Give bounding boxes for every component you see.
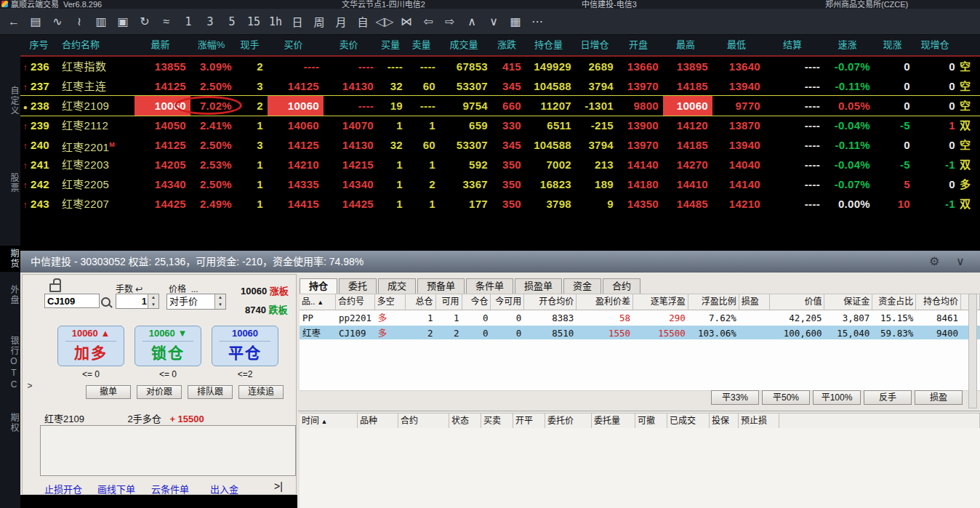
prev-page-icon[interactable]: ⇦	[417, 15, 439, 28]
multi-chart-icon[interactable]: ▥	[90, 15, 112, 28]
orders-column-header[interactable]: 状态	[449, 414, 481, 429]
orders-column-header[interactable]: 委托量	[592, 414, 635, 429]
orders-column-header[interactable]: 可撤	[635, 414, 667, 429]
period-button-自[interactable]: 自	[352, 14, 374, 29]
quick-button-连续追[interactable]: 连续追	[238, 385, 284, 399]
quote-column-header[interactable]: 现涨	[875, 35, 915, 55]
period-button-日[interactable]: 日	[286, 14, 308, 29]
quote-column-header[interactable]: 结算	[765, 35, 824, 55]
layout-icon[interactable]: ▦	[505, 15, 526, 28]
split-view-icon[interactable]: ◁▷	[374, 15, 395, 28]
quick-button-排队跟[interactable]: 排队跟	[188, 385, 233, 399]
quote-column-header[interactable]: 卖量	[407, 35, 440, 55]
quote-row[interactable]: ↑241红枣2203142052.53%11421014215115923507…	[20, 155, 980, 174]
tab-委托[interactable]: 委托	[339, 278, 377, 294]
collapse-panel-icon[interactable]: ∨	[956, 251, 965, 273]
price-up-icon[interactable]: ▲	[215, 294, 225, 302]
expand-panel-button[interactable]: >|	[274, 480, 283, 492]
close-button-反手[interactable]: 反手	[864, 390, 912, 405]
close-button-平33%[interactable]: 平33%	[711, 390, 759, 405]
tab-合约[interactable]: 合约	[603, 278, 640, 294]
quote-column-header[interactable]: 日增仓	[576, 35, 618, 55]
orders-column-header[interactable]: 品种	[358, 414, 398, 429]
quote-column-header[interactable]: 涨跌	[492, 35, 526, 55]
period-button-15[interactable]: 15	[243, 15, 265, 28]
overlay-icon[interactable]: ≈	[156, 15, 177, 28]
quote-column-header[interactable]: 买量	[378, 35, 407, 55]
quote-column-header[interactable]: 开盘	[618, 35, 663, 55]
lock-position-button[interactable]: 10060 ▼ 锁仓	[134, 326, 201, 366]
orders-column-header[interactable]: 预止损	[739, 414, 779, 429]
sidebar-item-股票[interactable]: 股票	[0, 170, 20, 196]
quote-row[interactable]: ↑243红枣2207144252.49%11441514425111773503…	[20, 194, 980, 214]
contract-input[interactable]	[44, 294, 100, 308]
qty-down-icon[interactable]: ▼	[148, 302, 158, 309]
period-button-3[interactable]: 3	[199, 15, 221, 28]
quote-column-header[interactable]: 买价	[268, 35, 324, 55]
positions-column-header[interactable]: 浮盈比例	[688, 294, 739, 310]
quote-column-header[interactable]: 最新	[134, 35, 190, 55]
gear-icon[interactable]: ⚙	[929, 251, 939, 273]
quote-column-header[interactable]: 成交量	[440, 35, 492, 55]
back-icon[interactable]: ←	[3, 15, 25, 28]
save-icon[interactable]: ▣	[112, 15, 134, 28]
sidebar-item-外盘[interactable]: 外盘	[0, 282, 20, 308]
positions-column-header[interactable]: 保证金	[824, 294, 872, 310]
link-云条件单[interactable]: 云条件单	[151, 482, 189, 496]
close-button-损盈[interactable]: 损盈	[915, 390, 963, 405]
orders-column-header[interactable]: 开平	[513, 414, 545, 429]
trend-chart-icon[interactable]: ∿	[47, 15, 68, 28]
next-page-icon[interactable]: ⇨	[439, 15, 461, 28]
more-icon[interactable]: ⋯	[526, 15, 548, 28]
buy-open-button[interactable]: 10060 ▲ 加多	[57, 326, 124, 366]
sidebar-item-银行OTC[interactable]: 银行OTC	[0, 333, 20, 394]
search-icon[interactable]	[101, 297, 111, 307]
candlestick-icon[interactable]: ≀	[68, 15, 90, 28]
price-down-icon[interactable]: ▼	[215, 302, 225, 309]
positions-column-header[interactable]: 逐笔浮盈	[633, 294, 688, 310]
period-button-5[interactable]: 5	[221, 15, 243, 28]
tab-预备单[interactable]: 预备单	[417, 278, 465, 294]
quote-column-header[interactable]	[960, 35, 980, 55]
close-button-平100%[interactable]: 平100%	[813, 390, 861, 405]
quote-column-header[interactable]: 涨幅%	[190, 35, 236, 55]
sidebar-item-期权[interactable]: 期权	[0, 410, 20, 436]
close-position-button[interactable]: 10060 平仓	[212, 326, 278, 366]
close-button-平50%[interactable]: 平50%	[762, 390, 810, 405]
price-more-button[interactable]: ...	[191, 284, 198, 294]
refresh-icon[interactable]: ↻	[134, 15, 156, 28]
link-icon[interactable]: ⋈	[395, 15, 417, 28]
tab-损盈单[interactable]: 损盈单	[515, 278, 562, 294]
quote-row[interactable]: ↑237红枣主连141252.50%3141251413032605330734…	[20, 76, 980, 96]
qty-up-icon[interactable]: ▲	[148, 294, 158, 302]
sidebar-item-期货[interactable]: 期货	[0, 246, 20, 272]
tab-成交[interactable]: 成交	[378, 278, 416, 294]
quote-column-header[interactable]: 持仓量	[526, 35, 576, 55]
positions-column-header[interactable]: 损盈	[739, 294, 770, 310]
position-row[interactable]: PPpp2201多11008383582907.62%42,2053,80715…	[300, 310, 980, 326]
quote-row[interactable]: ↑242红枣2205143402.50%11433514340123367350…	[20, 174, 980, 194]
quote-row[interactable]: ●238红枣2109100607.02%210060----19----9754…	[20, 96, 980, 116]
positions-column-header[interactable]: 开仓均价	[524, 294, 577, 310]
positions-column-header[interactable]: 持仓均价	[916, 294, 961, 310]
quote-column-header[interactable]: 卖价	[324, 35, 378, 55]
link-止损开仓[interactable]: 止损开仓	[44, 482, 82, 496]
orders-column-header[interactable]: 时间 ▲	[300, 414, 358, 429]
panel-toggle-button[interactable]: >	[25, 376, 35, 395]
position-row[interactable]: 红枣CJ109多22008510155015500103.06%100,6001…	[300, 326, 980, 341]
quote-column-header[interactable]: 最低	[712, 35, 765, 55]
quick-button-撤单[interactable]: 撤单	[86, 385, 131, 399]
link-出入金[interactable]: 出入金	[210, 482, 238, 496]
positions-column-header[interactable]: 今可用	[491, 294, 524, 310]
period-button-月[interactable]: 月	[330, 14, 352, 29]
positions-column-header[interactable]: 可用	[436, 294, 462, 310]
period-button-1h[interactable]: 1h	[265, 15, 286, 28]
positions-column-header[interactable]: 多空	[375, 294, 406, 310]
lock-icon[interactable]	[49, 283, 61, 292]
link-画线下单[interactable]: 画线下单	[97, 482, 135, 496]
positions-column-header[interactable]: 今仓	[462, 294, 491, 310]
orders-column-header[interactable]: 已成交	[667, 414, 710, 429]
tab-资金[interactable]: 资金	[563, 278, 601, 294]
positions-column-header[interactable]: 盈利价差	[577, 294, 633, 310]
quote-row[interactable]: ↑240红枣2201M141252.50%3141251413032605330…	[20, 135, 980, 155]
